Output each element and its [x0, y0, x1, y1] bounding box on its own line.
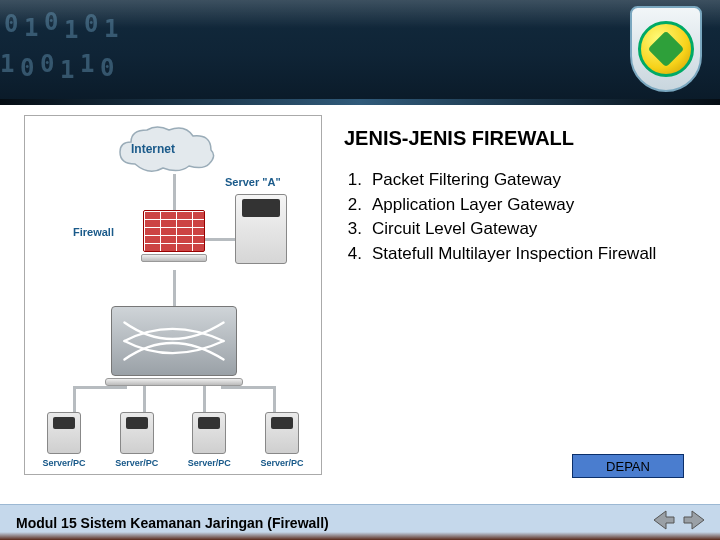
nav-controls: [652, 509, 706, 531]
depan-button[interactable]: DEPAN: [572, 454, 684, 478]
firewall-label: Firewall: [73, 226, 114, 238]
list-text: Packet Filtering Gateway: [372, 168, 561, 193]
list-text: Application Layer Gateway: [372, 193, 574, 218]
footer-text: Modul 15 Sistem Keamanan Jaringan (Firew…: [16, 515, 329, 531]
switch-icon: [111, 306, 237, 376]
pc-item: Server/PC: [37, 412, 91, 468]
logo-icon: [638, 21, 694, 77]
pc-label: Server/PC: [260, 458, 303, 468]
list-item: 1.Packet Filtering Gateway: [344, 168, 698, 193]
wire: [173, 270, 176, 306]
list-item: 3.Circuit Level Gateway: [344, 217, 698, 242]
network-diagram: Internet Firewall Server "A": [24, 115, 322, 475]
wire: [205, 238, 235, 241]
list-text: Circuit Level Gateway: [372, 217, 537, 242]
diagram-column: Internet Firewall Server "A": [0, 105, 340, 504]
pc-icon: [120, 412, 154, 454]
firewall-icon: [143, 210, 205, 270]
pc-item: Server/PC: [110, 412, 164, 468]
switch-base: [105, 378, 243, 386]
wire: [173, 174, 176, 210]
text-column: JENIS-JENIS FIREWALL 1.Packet Filtering …: [340, 105, 720, 504]
pc-icon: [192, 412, 226, 454]
pc-label: Server/PC: [188, 458, 231, 468]
binary-decoration: 0101 01 100 110: [0, 10, 260, 85]
internet-label: Internet: [131, 142, 175, 156]
pc-item: Server/PC: [182, 412, 236, 468]
firewall-types-list: 1.Packet Filtering Gateway 2.Application…: [344, 168, 698, 267]
wire: [221, 386, 275, 389]
wire: [203, 386, 206, 414]
server-a-label: Server "A": [225, 176, 281, 188]
next-button[interactable]: [682, 509, 706, 531]
footer-edge: [0, 532, 720, 540]
slide-header: 0101 01 100 110: [0, 0, 720, 105]
wire: [143, 386, 146, 414]
wire: [273, 386, 276, 414]
list-num: 3.: [344, 217, 362, 242]
pc-label: Server/PC: [115, 458, 158, 468]
content-area: Internet Firewall Server "A": [0, 105, 720, 504]
slide-footer: Modul 15 Sistem Keamanan Jaringan (Firew…: [0, 504, 720, 540]
list-num: 4.: [344, 242, 362, 267]
pc-row: Server/PC Server/PC Server/PC Server/PC: [37, 412, 309, 468]
pc-icon: [265, 412, 299, 454]
pc-label: Server/PC: [42, 458, 85, 468]
wire: [73, 386, 127, 389]
wire: [73, 386, 76, 414]
pc-icon: [47, 412, 81, 454]
list-num: 2.: [344, 193, 362, 218]
slide-title: JENIS-JENIS FIREWALL: [344, 127, 698, 150]
list-item: 2.Application Layer Gateway: [344, 193, 698, 218]
server-a-icon: [235, 194, 287, 264]
prev-button[interactable]: [652, 509, 676, 531]
pc-item: Server/PC: [255, 412, 309, 468]
header-divider: [0, 99, 720, 105]
list-text: Statefull Multilayer Inspection Firewall: [372, 242, 656, 267]
logo-badge: [630, 6, 702, 92]
list-num: 1.: [344, 168, 362, 193]
slide: 0101 01 100 110 Internet Firewall: [0, 0, 720, 540]
list-item: 4.Statefull Multilayer Inspection Firewa…: [344, 242, 698, 267]
